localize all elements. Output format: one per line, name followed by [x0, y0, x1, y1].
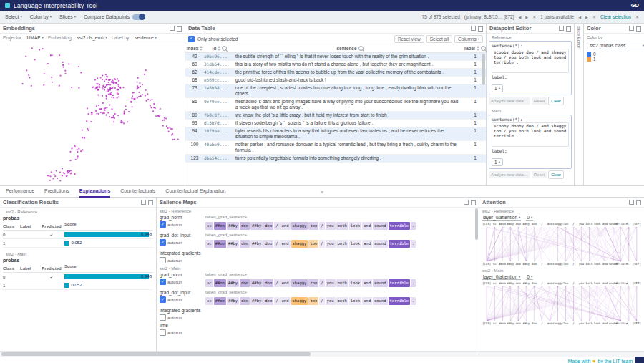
salience-token[interactable]: both	[336, 222, 348, 230]
sort-icon[interactable]	[200, 46, 203, 51]
salience-token[interactable]: ##by	[227, 222, 239, 230]
salience-token[interactable]: /	[319, 240, 324, 248]
salience-token[interactable]: /	[274, 240, 279, 248]
salience-token[interactable]: /	[319, 279, 324, 287]
salience-token[interactable]: too	[308, 240, 318, 248]
salience-token[interactable]: and	[280, 240, 291, 248]
classification-row[interactable]: 10.052	[3, 281, 153, 290]
clear-selection-button[interactable]: Clear selection	[600, 14, 631, 19]
search-icon[interactable]	[222, 46, 227, 51]
compare-toggle[interactable]	[132, 14, 145, 20]
salience-token[interactable]: ##by	[227, 240, 239, 248]
salience-token[interactable]: and	[362, 222, 372, 230]
label-select[interactable]: 1 ▾	[492, 84, 503, 92]
column-header-label[interactable]: label	[464, 46, 486, 51]
salience-scrollbar[interactable]	[475, 208, 478, 350]
salience-token[interactable]: .	[411, 279, 416, 287]
salience-token[interactable]: /	[319, 297, 324, 305]
scrollbar-thumb[interactable]	[482, 54, 485, 85]
popout-icon[interactable]	[471, 200, 476, 205]
attention-layer-select[interactable]: layer_0/attention▾	[482, 215, 521, 221]
popout-icon[interactable]	[478, 26, 483, 32]
salience-token[interactable]: ##by	[227, 297, 239, 305]
next-pair-icon[interactable]: ▶	[585, 15, 588, 19]
salience-token[interactable]: terrible	[389, 279, 411, 287]
salience-token[interactable]: .	[411, 222, 416, 230]
classification-row[interactable]: 0✓0.948	[3, 231, 153, 239]
table-row[interactable]: 42a9bc96...the subtle strength of `` ell…	[185, 53, 486, 61]
attention-head-select[interactable]: 0▾	[526, 215, 533, 221]
salience-token[interactable]: terrible	[389, 222, 411, 230]
label-select[interactable]: 1 ▾	[492, 158, 503, 166]
search-icon[interactable]	[358, 46, 364, 51]
tab-counterfactuals[interactable]: Counterfactuals	[120, 185, 155, 198]
sentence-textarea[interactable]: scooby dooby doo / and shaggy too / you …	[492, 49, 569, 73]
salience-token[interactable]: sc	[205, 297, 213, 305]
column-header-sentence[interactable]: sentence	[235, 46, 464, 51]
autorun-checkbox[interactable]: ✓	[160, 239, 166, 246]
salience-token[interactable]: .	[411, 297, 416, 305]
salience-token[interactable]: doo	[263, 297, 273, 305]
salience-token[interactable]: shaggy	[291, 297, 308, 305]
autorun-checkbox[interactable]	[160, 257, 166, 263]
salience-token[interactable]: and	[362, 279, 372, 287]
next-datapoint-icon[interactable]: ▶	[525, 15, 528, 19]
popout-icon[interactable]	[148, 200, 153, 205]
clear-button[interactable]: Clear	[548, 170, 564, 179]
clear-selection-icon[interactable]: ✕	[635, 14, 639, 19]
table-row[interactable]: 10040abe9...nother parker ; and romance …	[185, 141, 486, 155]
salience-token[interactable]: sound	[373, 279, 388, 287]
prev-datapoint-icon[interactable]: ◀	[518, 15, 521, 19]
embedding-scatter-plot[interactable]	[0, 42, 185, 185]
table-row[interactable]: 73148b38...one of the creepiest , scarie…	[185, 84, 486, 98]
salience-token[interactable]: you	[326, 222, 336, 230]
maximize-icon[interactable]	[629, 26, 634, 31]
column-header-index[interactable]: index	[185, 46, 204, 51]
salience-token[interactable]: and	[362, 240, 372, 248]
autorun-checkbox[interactable]	[160, 314, 166, 321]
clear-pairs-icon[interactable]: ✕	[592, 14, 596, 19]
salience-token[interactable]: doo	[240, 297, 250, 305]
select-all-button[interactable]: Select all	[426, 35, 452, 43]
salience-token[interactable]: shaggy	[291, 279, 308, 287]
table-row[interactable]: 93d15b7d...if steven soderbergh 's `` so…	[185, 120, 486, 127]
slices-dropdown[interactable]: Slices ▾	[59, 14, 76, 19]
sort-icon[interactable]	[218, 46, 220, 51]
table-scrollbar[interactable]	[482, 54, 485, 185]
salience-token[interactable]: shaggy	[291, 240, 308, 248]
salience-token[interactable]: doo	[240, 279, 250, 287]
table-row[interactable]: 6031db54...this is a story of two misfit…	[185, 61, 486, 69]
popout-icon[interactable]	[177, 26, 182, 32]
select-dropdown[interactable]: Select ▾	[5, 14, 22, 19]
salience-token[interactable]: ##oo	[214, 297, 226, 305]
maximize-icon[interactable]	[559, 26, 564, 31]
prev-pair-icon[interactable]: ◀	[578, 15, 581, 19]
autorun-checkbox[interactable]: ✓	[160, 221, 166, 228]
popout-icon[interactable]	[636, 26, 641, 32]
salience-token[interactable]: both	[336, 279, 348, 287]
color-by-select[interactable]: sst2 probas class ▾	[587, 42, 644, 49]
autorun-checkbox[interactable]: ✓	[160, 279, 166, 285]
table-row[interactable]: 123dba54c...turns potentially forgettabl…	[185, 155, 486, 163]
clear-button[interactable]: Clear	[548, 97, 564, 105]
salience-token[interactable]: /	[274, 222, 279, 230]
salience-token[interactable]: and	[280, 297, 291, 305]
salience-token[interactable]: look	[349, 279, 361, 287]
projector-select[interactable]: UMAP ▾	[27, 35, 44, 40]
clear-primary-icon[interactable]: ✕	[532, 14, 536, 19]
salience-token[interactable]: ##by	[250, 222, 263, 230]
table-row[interactable]: 62414cde...the primitive force of this f…	[185, 69, 486, 77]
maximize-icon[interactable]	[141, 200, 146, 205]
table-row[interactable]: 68e569cc...good old-fashioned slash-and-…	[185, 77, 486, 84]
salience-token[interactable]: ##oo	[214, 279, 226, 287]
reset-button[interactable]: Reset	[532, 171, 547, 178]
scrollbar-thumb[interactable]	[1, 352, 311, 356]
sentence-textarea[interactable]: scooby dooby doo / and shaggy too / you …	[492, 122, 569, 147]
salience-token[interactable]: ##by	[250, 297, 263, 305]
salience-token[interactable]: too	[308, 279, 318, 287]
salience-token[interactable]: and	[362, 297, 372, 305]
salience-token[interactable]: terrible	[389, 240, 411, 248]
tab-counterfactual-explanation[interactable]: Counterfactual Explanation	[165, 185, 225, 198]
salience-token[interactable]: too	[308, 297, 318, 305]
analyze-new-datapoint-button[interactable]: Analyze new datapoint	[489, 171, 530, 178]
